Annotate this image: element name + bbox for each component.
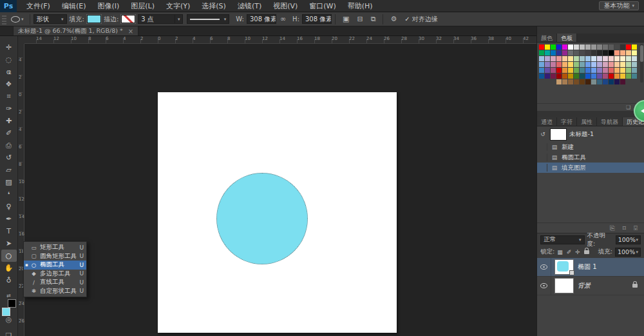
stroke-width-dropdown[interactable]: ▾ (175, 14, 183, 24)
color-swatch[interactable] (556, 79, 562, 84)
lock-position-icon[interactable]: ✛ (575, 249, 580, 255)
color-swatch[interactable] (620, 56, 625, 61)
menu-item[interactable]: 滤镜(T) (232, 0, 267, 12)
color-swatch[interactable] (562, 44, 567, 50)
color-swatch[interactable] (614, 56, 620, 61)
tool-button[interactable]: ♀ (1, 201, 17, 213)
panel-tab[interactable]: 色板 (557, 34, 577, 42)
color-swatch[interactable] (574, 74, 579, 79)
tool-button[interactable]: ❖ (1, 78, 17, 90)
flyout-item[interactable]: ▪ ∕ 直线工具 U (24, 278, 86, 287)
color-swatch[interactable] (562, 50, 567, 55)
quick-mask-button[interactable]: ◎ (6, 315, 12, 324)
lock-transparency-icon[interactable]: ▦ (557, 249, 563, 255)
color-swatch[interactable] (539, 50, 544, 55)
stroke-width-field[interactable]: 3 点 (138, 14, 175, 24)
color-swatch[interactable] (539, 44, 544, 50)
new-swatch-icon[interactable]: ❏ (626, 104, 630, 110)
color-swatch[interactable] (580, 62, 585, 67)
menu-item[interactable]: 文字(Y) (160, 0, 196, 12)
color-swatch[interactable] (603, 79, 608, 84)
close-icon[interactable]: × (128, 28, 133, 35)
menu-item[interactable]: 图层(L) (125, 0, 160, 12)
color-swatch[interactable] (614, 79, 620, 84)
tool-button[interactable]: ▨ (1, 176, 17, 188)
color-swatch[interactable] (574, 68, 579, 73)
color-swatch[interactable] (568, 79, 573, 84)
color-swatch[interactable] (591, 44, 596, 50)
color-swatch[interactable] (597, 44, 602, 50)
color-swatch[interactable] (568, 44, 573, 50)
color-swatch[interactable] (620, 74, 625, 79)
color-swatch[interactable] (614, 74, 620, 79)
color-swatch[interactable] (591, 62, 596, 67)
opacity-field[interactable]: 100% ▾ (616, 235, 641, 244)
color-swatch[interactable] (614, 62, 620, 67)
history-source-well[interactable] (538, 164, 547, 172)
panel-tab[interactable]: 颜色 (537, 34, 557, 42)
color-swatch[interactable] (580, 68, 585, 73)
color-swatch[interactable] (632, 44, 637, 50)
color-swatch[interactable] (626, 50, 631, 55)
color-swatch[interactable] (556, 56, 562, 61)
color-swatch[interactable] (568, 68, 573, 73)
background-color-well[interactable] (8, 299, 16, 308)
color-swatch[interactable] (556, 74, 562, 79)
history-step[interactable]: ▤ 椭圆工具 (537, 152, 644, 163)
color-swatch[interactable] (585, 50, 591, 55)
color-swatch[interactable] (539, 68, 544, 73)
color-swatch[interactable] (562, 68, 567, 73)
tool-button[interactable]: ⌗ (1, 90, 17, 103)
color-swatch[interactable] (609, 74, 614, 79)
history-brush-source-icon[interactable]: ↺ (538, 131, 547, 137)
color-swatch[interactable] (609, 79, 614, 84)
color-swatch[interactable] (551, 56, 556, 61)
color-swatch[interactable] (603, 44, 608, 50)
tool-button[interactable]: T (1, 225, 17, 237)
visibility-toggle[interactable] (537, 277, 551, 295)
tool-button[interactable]: ✑ (1, 103, 17, 115)
flyout-item[interactable]: ▪ ◆ 多边形工具 U (24, 270, 86, 279)
document-tab[interactable]: 未标题-1 @ 66.7%(椭圆 1, RGB/8) * × (13, 26, 138, 35)
color-swatch[interactable] (574, 56, 579, 61)
tool-button[interactable]: ◌ (1, 54, 17, 66)
path-operations-icon[interactable]: ▣ (343, 15, 349, 23)
color-swatch[interactable] (626, 62, 631, 67)
color-swatch[interactable] (614, 50, 620, 55)
color-swatch[interactable] (603, 74, 608, 79)
color-swatch[interactable] (551, 68, 556, 73)
options-grip[interactable] (2, 14, 6, 25)
color-swatch[interactable] (614, 44, 620, 50)
tool-button[interactable]: ✋ (1, 262, 17, 274)
color-swatch[interactable] (591, 74, 596, 79)
color-swatch[interactable] (620, 79, 625, 84)
color-swatch[interactable] (562, 74, 567, 79)
color-swatch[interactable] (551, 74, 556, 79)
color-swatch[interactable] (585, 44, 591, 50)
color-swatch[interactable] (609, 50, 614, 55)
layer-row[interactable]: 椭圆 1 (537, 258, 644, 277)
color-swatch[interactable] (585, 74, 591, 79)
color-swatch[interactable] (568, 56, 573, 61)
flyout-item[interactable]: ▪ ○ 椭圆工具 U (24, 261, 86, 270)
color-swatch[interactable] (574, 79, 579, 84)
tool-button[interactable]: ✐ (1, 127, 17, 139)
color-swatch[interactable] (545, 68, 550, 73)
color-swatch[interactable] (568, 74, 573, 79)
path-arrangement-icon[interactable]: ⧉ (371, 15, 376, 23)
color-swatch[interactable] (597, 79, 602, 84)
color-swatch[interactable] (551, 44, 556, 50)
panel-tab[interactable]: 导航器 (597, 117, 623, 126)
color-swatch[interactable] (591, 50, 596, 55)
fill-color-swatch[interactable] (87, 15, 101, 23)
tool-button[interactable]: ✚ (1, 115, 17, 127)
color-swatch[interactable] (539, 56, 544, 61)
tool-preset-picker[interactable]: ▾ (11, 16, 24, 23)
menu-item[interactable]: 编辑(E) (56, 0, 92, 12)
color-swatch[interactable] (580, 74, 585, 79)
menu-item[interactable]: 视图(V) (267, 0, 303, 12)
color-swatch[interactable] (545, 56, 550, 61)
width-field[interactable]: 308 像素 (247, 14, 276, 24)
history-source-well[interactable] (538, 143, 547, 151)
color-swatch[interactable] (574, 62, 579, 67)
